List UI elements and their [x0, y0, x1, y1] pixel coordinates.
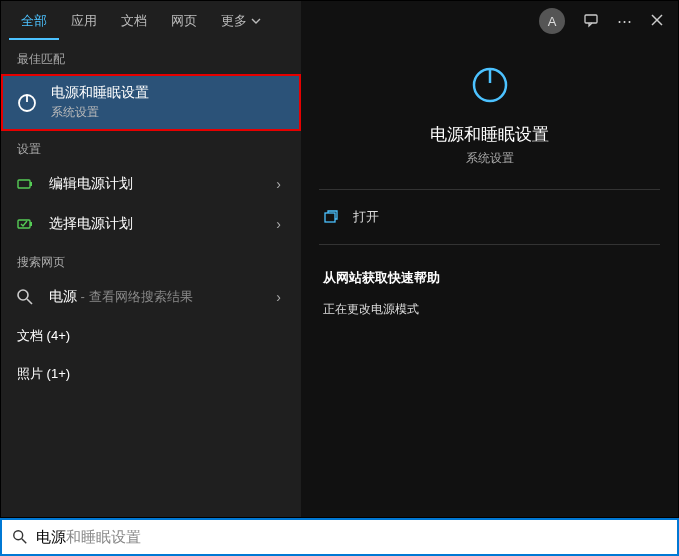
- help-title: 从网站获取快速帮助: [323, 269, 656, 287]
- more-photos[interactable]: 照片 (1+): [1, 355, 301, 393]
- detail-panel: A ⋯ 电源和睡眠设置 系统设置 打开: [301, 1, 678, 517]
- detail-title: 电源和睡眠设置: [430, 123, 549, 146]
- svg-point-14: [14, 531, 23, 540]
- divider: [319, 189, 660, 190]
- search-autocomplete-hint: 和睡眠设置: [66, 528, 141, 545]
- close-icon[interactable]: [650, 13, 664, 30]
- battery-edit-icon: [13, 172, 37, 196]
- open-label: 打开: [353, 208, 379, 226]
- search-icon: [12, 529, 28, 545]
- power-icon: [15, 91, 39, 115]
- chevron-right-icon: ›: [276, 176, 289, 192]
- more-docs[interactable]: 文档 (4+): [1, 317, 301, 355]
- detail-subtitle: 系统设置: [466, 150, 514, 167]
- settings-item-title: 编辑电源计划: [49, 175, 133, 193]
- tab-web[interactable]: 网页: [159, 2, 209, 40]
- help-link[interactable]: 正在更改电源模式: [323, 301, 656, 318]
- best-match-subtitle: 系统设置: [51, 104, 149, 121]
- chevron-right-icon: ›: [276, 216, 289, 232]
- svg-rect-3: [30, 182, 32, 186]
- user-avatar[interactable]: A: [539, 8, 565, 34]
- chevron-down-icon: [251, 16, 261, 26]
- settings-result-edit-plan[interactable]: 编辑电源计划 ›: [1, 164, 301, 204]
- web-search-text: 电源 - 查看网络搜索结果: [49, 288, 193, 306]
- section-settings: 设置: [1, 131, 301, 164]
- section-search-web: 搜索网页: [1, 244, 301, 277]
- svg-rect-13: [325, 213, 335, 222]
- search-input[interactable]: 电源和睡眠设置: [36, 528, 667, 547]
- more-icon[interactable]: ⋯: [617, 12, 632, 30]
- open-action[interactable]: 打开: [301, 196, 678, 238]
- best-match-result[interactable]: 电源和睡眠设置 系统设置: [1, 74, 301, 131]
- help-section: 从网站获取快速帮助 正在更改电源模式: [301, 251, 678, 336]
- svg-line-15: [22, 539, 26, 543]
- svg-point-6: [18, 290, 28, 300]
- battery-choose-icon: [13, 212, 37, 236]
- open-icon: [323, 209, 339, 225]
- search-bar[interactable]: 电源和睡眠设置: [0, 518, 679, 556]
- svg-rect-5: [30, 222, 32, 226]
- section-best-match: 最佳匹配: [1, 41, 301, 74]
- tab-more[interactable]: 更多: [209, 2, 273, 40]
- chevron-right-icon: ›: [276, 289, 289, 305]
- detail-hero: 电源和睡眠设置 系统设置: [301, 41, 678, 183]
- svg-rect-8: [585, 15, 597, 23]
- tab-apps[interactable]: 应用: [59, 2, 109, 40]
- search-icon: [13, 285, 37, 309]
- settings-item-title: 选择电源计划: [49, 215, 133, 233]
- tab-docs[interactable]: 文档: [109, 2, 159, 40]
- tab-all[interactable]: 全部: [9, 2, 59, 40]
- web-search-result[interactable]: 电源 - 查看网络搜索结果 ›: [1, 277, 301, 317]
- search-typed-text: 电源: [36, 528, 66, 545]
- filter-tabs: 全部 应用 文档 网页 更多: [1, 1, 301, 41]
- settings-result-choose-plan[interactable]: 选择电源计划 ›: [1, 204, 301, 244]
- svg-line-7: [27, 299, 32, 304]
- svg-rect-2: [18, 180, 30, 188]
- power-icon-large: [466, 61, 514, 109]
- left-results-panel: 全部 应用 文档 网页 更多 最佳匹配 电源和睡眠设置 系统设置: [1, 1, 301, 517]
- divider: [319, 244, 660, 245]
- best-match-title: 电源和睡眠设置: [51, 84, 149, 102]
- header-icons: A ⋯: [301, 1, 678, 41]
- feedback-icon[interactable]: [583, 12, 599, 31]
